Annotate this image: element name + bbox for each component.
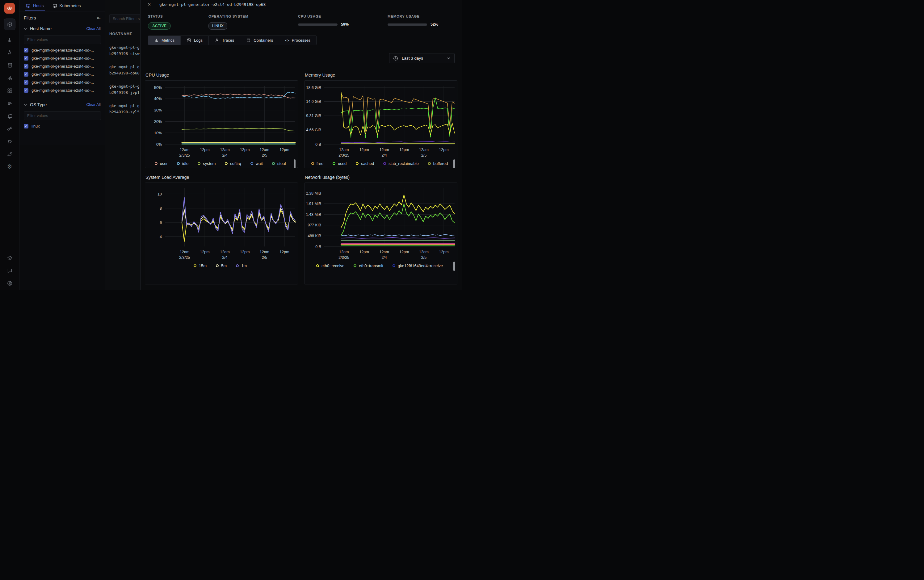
os-type-filter-input[interactable]	[24, 112, 101, 120]
bar-chart-icon	[7, 37, 13, 43]
filter-option[interactable]: ✓gke-mgmt-pl-generator-e2st4-od-...	[20, 46, 105, 54]
series-color-ring	[236, 264, 239, 267]
legend-item[interactable]: eth0::transmit	[354, 264, 383, 268]
checkbox-checked-icon[interactable]: ✓	[24, 64, 28, 69]
network-usage-chart: Network usage (bytes) 0 B488 KiB977 KiB1…	[304, 175, 457, 285]
legend-item[interactable]: eth0::receive	[316, 264, 344, 268]
sidebar-item-exceptions[interactable]	[7, 138, 13, 144]
chevron-down-icon[interactable]	[24, 103, 27, 107]
sidebar-item-support[interactable]	[7, 267, 13, 274]
svg-text:12am: 12am	[260, 250, 269, 254]
tab-metrics[interactable]: Metrics	[148, 36, 181, 45]
checkbox-checked-icon[interactable]: ✓	[24, 124, 28, 129]
checkbox-checked-icon[interactable]: ✓	[24, 88, 28, 93]
clear-all-link[interactable]: Clear All	[86, 26, 100, 31]
filter-option[interactable]: ✓linux	[20, 122, 105, 130]
host-name-filter-input[interactable]	[24, 36, 101, 44]
sidebar-item-infrastructure[interactable]	[7, 75, 13, 81]
sidebar-item-get-started[interactable]	[4, 18, 15, 30]
legend-item[interactable]: idle	[177, 161, 188, 166]
legend-item[interactable]: system	[198, 161, 216, 166]
sidebar-item-version[interactable]	[7, 255, 13, 261]
collapse-filters-icon[interactable]: ⇤	[97, 15, 100, 20]
cpu-usage-plot[interactable]: 0%10%20%30%40%50%12am2/3/2512pm12am2/412…	[145, 82, 298, 159]
legend-item[interactable]: slab_reclaimable	[383, 161, 419, 166]
tab-hosts-label: Hosts	[33, 3, 44, 8]
filter-option[interactable]: ✓gke-mgmt-pl-generator-e2st4-od-...	[20, 86, 105, 94]
filter-option[interactable]: ✓gke-mgmt-pl-generator-e2st4-od-...	[20, 54, 105, 62]
host-row[interactable]: gke-mgmt-pl-gb2949198-syl5	[109, 103, 140, 115]
chart-legend: useridlesystemsoftirqwaitsteal	[148, 161, 292, 166]
svg-text:12pm: 12pm	[359, 148, 369, 152]
drawer-tabs: Metrics Logs Traces Containers <> Proces…	[148, 36, 455, 45]
tab-logs[interactable]: Logs	[180, 36, 209, 45]
svg-text:30%: 30%	[154, 108, 162, 112]
memory-usage-plot[interactable]: 0 B4.66 GiB9.31 GiB14.0 GiB18.6 GiB12am2…	[305, 82, 457, 159]
checkbox-checked-icon[interactable]: ✓	[24, 48, 28, 53]
legend-item[interactable]: buffered	[428, 161, 448, 166]
sidebar-item-settings[interactable]: ⚙	[7, 163, 13, 170]
legend-scrollbar[interactable]	[453, 262, 455, 271]
filter-option[interactable]: ✓gke-mgmt-pl-generator-e2st4-od-...	[20, 78, 105, 86]
chat-icon	[7, 268, 13, 274]
svg-text:2/5: 2/5	[262, 153, 267, 158]
legend-item[interactable]: used	[333, 161, 346, 166]
sidebar-item-logs[interactable]	[7, 62, 13, 68]
tab-processes[interactable]: <> Processes	[279, 36, 316, 45]
legend-item[interactable]: wait	[250, 161, 263, 166]
legend-item[interactable]: cached	[356, 161, 374, 166]
svg-text:12am: 12am	[220, 148, 229, 152]
host-row[interactable]: gke-mgmt-pl-gb2949198-jvp1	[109, 83, 140, 96]
svg-text:2/5: 2/5	[421, 153, 427, 158]
svg-text:12pm: 12pm	[240, 148, 250, 152]
inbox-icon	[26, 3, 31, 8]
chevron-down-icon[interactable]	[24, 27, 27, 31]
host-row[interactable]: gke-mgmt-pl-gb2949198-op68	[109, 64, 140, 76]
legend-item[interactable]: 1m	[236, 264, 247, 268]
sidebar-item-dashboards[interactable]	[7, 87, 13, 94]
checkbox-checked-icon[interactable]: ✓	[24, 80, 28, 85]
tab-containers[interactable]: Containers	[240, 36, 279, 45]
legend-item[interactable]: free	[311, 161, 323, 166]
sidebar-item-metrics[interactable]	[7, 37, 13, 43]
cubes-icon	[7, 75, 13, 81]
svg-text:12am: 12am	[419, 148, 429, 152]
tab-traces[interactable]: Traces	[208, 36, 240, 45]
sidebar-item-integrations[interactable]	[7, 125, 13, 132]
time-range-select[interactable]: Last 3 days	[389, 53, 455, 63]
tab-kubernetes[interactable]: Kubernetes	[53, 0, 81, 11]
svg-text:2/4: 2/4	[222, 255, 227, 260]
package-plus-icon	[7, 21, 13, 28]
sidebar-item-traces[interactable]	[7, 49, 13, 56]
checkbox-checked-icon[interactable]: ✓	[24, 56, 28, 61]
os-column: OPERATING SYSTEM LINUX	[208, 15, 298, 30]
tab-hosts[interactable]: Hosts	[26, 0, 44, 11]
host-row[interactable]: gke-mgmt-pl-gb2949198-cfsw	[109, 44, 140, 57]
filter-option[interactable]: ✓gke-mgmt-pl-generator-e2st4-od-...	[20, 70, 105, 78]
close-icon[interactable]: ✕	[148, 2, 151, 7]
svg-text:2/3/25: 2/3/25	[179, 255, 190, 260]
sidebar-item-notifications[interactable]	[7, 113, 13, 119]
filter-option[interactable]: ✓gke-mgmt-pl-generator-e2st4-od-...	[20, 62, 105, 70]
legend-item[interactable]: gke12f61649ed4::receive	[392, 264, 443, 268]
svg-text:488 KiB: 488 KiB	[308, 234, 321, 238]
host-detail-drawer: ✕ gke-mgmt-pl-generator-e2st4-od-b294919…	[140, 0, 462, 290]
cpu-progress-bar	[298, 23, 338, 26]
legend-item[interactable]: user	[155, 161, 168, 166]
system-load-plot[interactable]: 4681012am2/3/2512pm12am2/412pm12am2/512p…	[145, 184, 298, 261]
legend-item[interactable]: steal	[272, 161, 286, 166]
legend-item[interactable]: 15m	[194, 264, 207, 268]
svg-text:12am: 12am	[379, 250, 389, 254]
legend-scrollbar[interactable]	[294, 159, 296, 168]
legend-item[interactable]: 5m	[216, 264, 227, 268]
checkbox-checked-icon[interactable]: ✓	[24, 72, 28, 77]
clear-all-link[interactable]: Clear All	[86, 102, 100, 107]
network-usage-plot[interactable]: 0 B488 KiB977 KiB1.43 MiB1.91 MiB2.38 Mi…	[305, 184, 457, 261]
svg-text:12am: 12am	[180, 250, 189, 254]
sidebar-item-alerts[interactable]	[7, 100, 13, 106]
legend-item[interactable]: softirq	[225, 161, 241, 166]
app-logo[interactable]	[4, 3, 15, 13]
legend-scrollbar[interactable]	[453, 159, 455, 168]
sidebar-item-service-map[interactable]	[7, 151, 13, 157]
sidebar-item-account[interactable]	[7, 280, 13, 286]
